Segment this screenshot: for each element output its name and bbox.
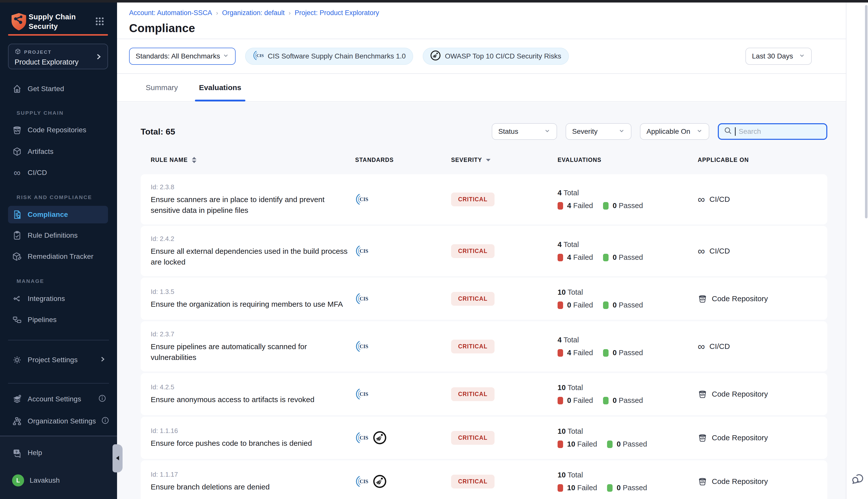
- sidebar-footer: ? Help L Lavakush: [0, 436, 117, 499]
- table-row[interactable]: Id: 1.3.5 Ensure the organization is req…: [141, 278, 827, 320]
- table-row[interactable]: Id: 2.3.8 Ensure scanners are in place t…: [141, 174, 827, 224]
- sidebar-user[interactable]: L Lavakush: [0, 472, 117, 489]
- chip-owasp[interactable]: OWASP Top 10 CI/CD Security Risks: [423, 48, 569, 65]
- evaluations-passed: 0 Passed: [613, 301, 643, 309]
- column-severity[interactable]: SEVERITY: [451, 157, 482, 163]
- sidebar-collapse-handle[interactable]: [112, 444, 123, 472]
- evaluations-total: 10 Total: [557, 288, 698, 296]
- sidebar-item-pipelines[interactable]: Pipelines: [0, 311, 117, 328]
- svg-text:CIS: CIS: [360, 248, 368, 254]
- chevron-right-icon: [94, 53, 103, 63]
- project-name: Product Exploratory: [14, 58, 101, 66]
- applicable-on-label: CI/CD: [710, 247, 730, 255]
- tab-evaluations[interactable]: Evaluations: [197, 83, 243, 101]
- evaluations-total: 10 Total: [557, 471, 698, 479]
- table-row[interactable]: Id: 1.1.16 Ensure force pushes code to b…: [141, 417, 827, 459]
- severity-badge: CRITICAL: [451, 193, 495, 206]
- cicd-icon: ∞: [698, 246, 705, 256]
- sidebar-item-project-settings[interactable]: Project Settings: [0, 351, 117, 368]
- table-body: Id: 2.3.8 Ensure scanners are in place t…: [141, 174, 827, 499]
- project-selector[interactable]: PROJECT Product Exploratory: [8, 44, 108, 69]
- evaluations-failed: 0 Failed: [567, 301, 593, 309]
- evaluations-passed: 0 Passed: [613, 253, 643, 261]
- sidebar-item-account-settings[interactable]: Account Settings: [0, 391, 117, 407]
- chip-cis-benchmark[interactable]: CIS CIS Software Supply Chain Benchmarks…: [245, 48, 413, 65]
- sidebar-item-code-repositories[interactable]: Code Repositories: [0, 121, 117, 138]
- sidebar-item-remediation-tracker[interactable]: Remediation Tracker: [0, 248, 117, 265]
- svg-text:CIS: CIS: [360, 344, 368, 349]
- layers-gear-icon: [12, 394, 22, 404]
- breadcrumb-organization[interactable]: Organization: default: [222, 9, 285, 17]
- cis-icon: CIS: [355, 193, 368, 206]
- app-grid-icon[interactable]: [95, 17, 104, 28]
- filter-bar: Standards: All Benchmarks CIS CIS Softwa…: [117, 39, 846, 74]
- rule-id: Id: 1.1.17: [151, 471, 352, 478]
- rule-name: Ensure the organization is requiring mem…: [151, 299, 352, 309]
- failed-indicator: [557, 397, 563, 404]
- sidebar-item-get-started[interactable]: Get Started: [0, 80, 117, 97]
- table-row[interactable]: Id: 4.2.5 Ensure anonymous access to art…: [141, 373, 827, 415]
- page-title: Compliance: [129, 21, 834, 35]
- failed-indicator: [557, 349, 563, 357]
- evaluations-total: 4 Total: [557, 336, 698, 344]
- tab-summary[interactable]: Summary: [146, 83, 178, 101]
- sidebar-item-integrations[interactable]: Integrations: [0, 290, 117, 307]
- home-icon: [12, 84, 22, 94]
- sidebar-item-artifacts[interactable]: Artifacts: [0, 143, 117, 160]
- breadcrumb-separator: ›: [216, 10, 218, 16]
- passed-indicator: [603, 302, 608, 309]
- code-repository-icon: [12, 125, 22, 135]
- severity-badge: CRITICAL: [451, 431, 495, 445]
- sidebar-item-compliance[interactable]: Compliance: [8, 206, 108, 223]
- sidebar-item-organization-settings[interactable]: Organization Settings: [0, 413, 117, 430]
- chevron-down-icon: [696, 127, 703, 136]
- sort-desc-icon[interactable]: [486, 159, 491, 161]
- table-row[interactable]: Id: 1.1.17 Ensure branch deletions are d…: [141, 460, 827, 499]
- sidebar-item-cicd[interactable]: ∞ CI/CD: [0, 164, 117, 181]
- info-icon[interactable]: [101, 417, 109, 426]
- page-header: Account: Automation-SSCA › Organization:…: [117, 2, 846, 39]
- info-icon[interactable]: [98, 394, 106, 404]
- brand-divider: [8, 34, 108, 36]
- sidebar-item-rule-definitions[interactable]: Rule Definitions: [0, 227, 117, 244]
- pipelines-icon: [12, 315, 22, 325]
- rule-name: Ensure force pushes code to branches is …: [151, 438, 352, 449]
- help-chat-icon: ?: [12, 448, 22, 458]
- column-rule-name[interactable]: RULE NAME: [151, 157, 188, 163]
- applicable-on-filter-dropdown[interactable]: Applicable On: [640, 123, 709, 140]
- divider: [8, 383, 109, 384]
- rule-name: Ensure anonymous access to artifacts is …: [151, 394, 352, 405]
- table-row[interactable]: Id: 2.3.7 Ensure pipelines are automatic…: [141, 321, 827, 372]
- text-caret: [735, 127, 736, 136]
- passed-indicator: [607, 440, 613, 448]
- search-input[interactable]: Search: [718, 123, 827, 140]
- sort-icon[interactable]: [192, 157, 196, 163]
- severity-filter-dropdown[interactable]: Severity: [566, 123, 631, 140]
- infinity-icon: ∞: [698, 194, 705, 204]
- app-title: Supply ChainSecurity: [29, 12, 76, 31]
- status-filter-dropdown[interactable]: Status: [492, 123, 557, 140]
- support-chat-icon[interactable]: [851, 471, 865, 487]
- breadcrumb: Account: Automation-SSCA › Organization:…: [129, 9, 834, 17]
- standards-dropdown[interactable]: Standards: All Benchmarks: [129, 48, 236, 65]
- breadcrumb-account[interactable]: Account: Automation-SSCA: [129, 9, 212, 17]
- failed-indicator: [557, 440, 563, 448]
- evaluations-failed: 10 Failed: [567, 440, 597, 448]
- search-placeholder: Search: [739, 127, 761, 135]
- standards-cell: CIS: [352, 474, 451, 488]
- svg-text:CIS: CIS: [360, 296, 368, 302]
- owasp-icon: [373, 431, 387, 445]
- gear-icon: [12, 355, 22, 365]
- failed-indicator: [557, 254, 563, 261]
- breadcrumb-project[interactable]: Project: Product Exploratory: [294, 9, 379, 17]
- rule-id: Id: 2.3.7: [151, 330, 352, 338]
- section-supply-chain: SUPPLY CHAIN: [0, 109, 117, 117]
- infinity-icon: ∞: [12, 168, 22, 178]
- table-row[interactable]: Id: 2.4.2 Ensure all external dependenci…: [141, 226, 827, 276]
- date-range-dropdown[interactable]: Last 30 Days: [745, 48, 812, 65]
- project-box-icon: [14, 48, 21, 56]
- scrollbar-thumb[interactable]: [865, 5, 868, 218]
- breadcrumb-separator: ›: [289, 10, 291, 16]
- sidebar-item-help[interactable]: ? Help: [0, 444, 117, 461]
- passed-indicator: [603, 202, 608, 210]
